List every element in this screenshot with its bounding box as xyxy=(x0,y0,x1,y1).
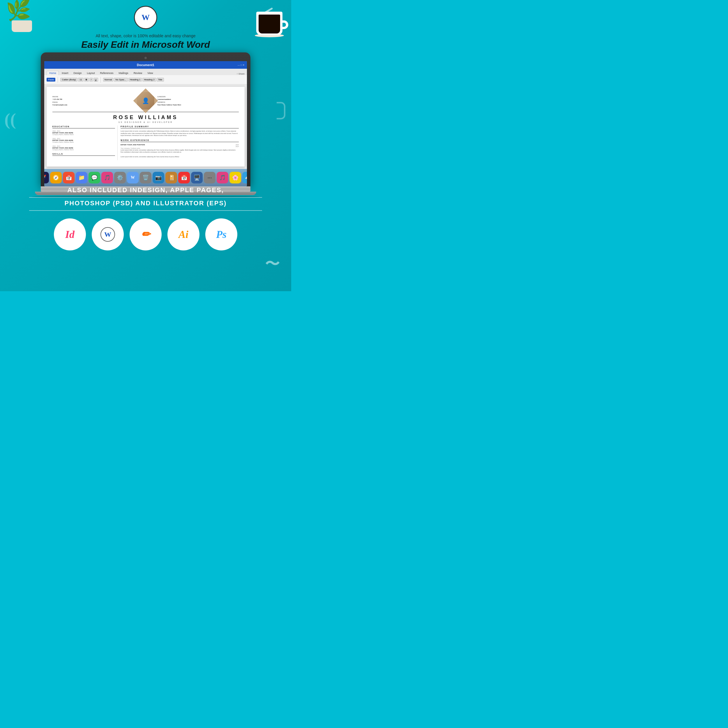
word-title-bar: Document1 — □ ✕ xyxy=(44,61,247,69)
normal-style[interactable]: Normal xyxy=(103,78,113,81)
ribbon-tab-mailings[interactable]: Mailings xyxy=(116,71,131,75)
heading1-style[interactable]: Heading 1 xyxy=(128,78,142,81)
email-label: EMAIL xyxy=(52,101,134,103)
app-icons-row: Id W ✏ Ai Ps xyxy=(54,219,237,251)
address-label: ADDRESS xyxy=(157,101,239,103)
email-value: User@example.com xyxy=(52,104,134,106)
font-size-btn[interactable]: 11 xyxy=(78,78,84,81)
resume-header: PHONE +123 456 789 EMAIL User@example.co… xyxy=(52,92,239,112)
edu-company-2: Company Name | Address Name xyxy=(52,141,115,143)
ribbon-controls: Paste Calibri (Body) 11 B I U Normal No … xyxy=(44,75,247,84)
title-style[interactable]: Title xyxy=(157,78,164,81)
illustrator-icon-text: Ai xyxy=(179,228,188,240)
work-dates: 20102014 xyxy=(236,144,239,147)
address-value: Your Home Address Name Here xyxy=(157,104,239,106)
plant-leaves-icon: 🌿 xyxy=(6,0,31,22)
ribbon-tab-layout[interactable]: Layout xyxy=(85,71,97,75)
deco-c-shape: (( xyxy=(5,111,16,128)
linkedin-label: LINKEDIN xyxy=(157,96,239,98)
pages-icon-circle: ✏ xyxy=(130,219,162,251)
title-bar-controls: — □ ✕ xyxy=(238,64,245,66)
work-position: ENTER YOUR JOB POSITION xyxy=(121,144,145,147)
heading2-style[interactable]: Heading 2 xyxy=(142,78,156,81)
italic-btn[interactable]: I xyxy=(89,78,93,81)
plant-pot xyxy=(12,20,32,32)
resume-photo-diamond: 👤 xyxy=(133,89,158,113)
header-title: Easily Edit in Microsoft Word xyxy=(81,39,210,50)
resume-photo: 👤 xyxy=(137,92,154,110)
resume-right-column: PROFILE SUMMARY Lorem ipsum dolor sit am… xyxy=(121,125,239,160)
no-spacing-style[interactable]: No Spac... xyxy=(114,78,127,81)
laptop-camera-bar xyxy=(44,56,247,60)
laptop-camera xyxy=(144,57,147,59)
word-bottom-icon: W xyxy=(104,231,111,239)
document-area: PHONE +123 456 789 EMAIL User@example.co… xyxy=(44,84,247,169)
share-button[interactable]: ↑ Share xyxy=(237,72,245,75)
word-icon-circle: W xyxy=(92,219,124,251)
ribbon-tabs: Home Insert Design Layout References Mai… xyxy=(44,69,247,75)
ribbon-tab-design[interactable]: Design xyxy=(71,71,84,75)
education-section-title: EDUCATION xyxy=(52,125,115,128)
deco-bracket-right xyxy=(277,102,285,119)
profile-text: Lorem ipsum dolor sit amet, consectetur … xyxy=(121,130,239,137)
styles-group: Normal No Spac... Heading 1 Heading 2 Ti… xyxy=(103,78,164,81)
underline-btn[interactable]: U xyxy=(93,78,98,81)
edu-company-3: Company Name | Address Name xyxy=(52,149,115,151)
work-description-2: Lorem ipsum dolor sit amet, consectetur … xyxy=(121,156,239,158)
ribbon-tab-home[interactable]: Home xyxy=(47,71,59,75)
work-description: Lorem ipsum dolor sit amet, consectetur … xyxy=(121,149,239,153)
laptop-screen: Document1 — □ ✕ Home Insert Design Layou… xyxy=(44,61,247,187)
ribbon-divider xyxy=(58,77,58,83)
resume-left-column: EDUCATION 2010 - 2012 ENTER YOUR JOB HER… xyxy=(52,125,118,160)
word-icon: W xyxy=(134,6,157,29)
ribbon-tab-references[interactable]: References xyxy=(98,71,116,75)
paste-btn[interactable]: Paste xyxy=(47,78,55,81)
edu-entry-3: 2010 - 2012 ENTER YOUR JOB HERE Company … xyxy=(52,145,115,151)
resume-body: EDUCATION 2010 - 2012 ENTER YOUR JOB HER… xyxy=(52,125,239,160)
ribbon-tab-insert[interactable]: Insert xyxy=(60,71,71,75)
divider-1 xyxy=(29,197,262,198)
coffee-liquid xyxy=(258,15,280,34)
photoshop-icon-circle: Ps xyxy=(205,219,237,251)
bold-btn[interactable]: B xyxy=(84,78,89,81)
also-included-text: ALSO INCLUDED INDESIGN, APPLE PAGES, xyxy=(67,187,224,194)
pages-icon-text: ✏ xyxy=(141,228,150,240)
font-name-btn[interactable]: Calibri (Body) xyxy=(60,78,77,81)
resume-contact-right: LINKEDIN /yourusernamhere ADDRESS Your H… xyxy=(157,96,239,106)
work-entry-header: ENTER YOUR JOB POSITION 20102014 xyxy=(121,144,239,147)
linkedin-value: /yourusernamhere xyxy=(157,98,239,100)
document-title: Document1 xyxy=(137,63,154,67)
font-group: Calibri (Body) 11 B I U xyxy=(60,78,98,81)
photoshop-icon-text: Ps xyxy=(216,228,226,240)
coffee-cup-decoration xyxy=(251,6,283,35)
phone-label: PHONE xyxy=(52,96,134,98)
edu-company-1: Company Name | Address Name xyxy=(52,134,115,135)
edu-entry-2: 2010 - 2012 ENTER YOUR JOB HERE Company … xyxy=(52,138,115,143)
resume-job-title: UX DESIGNER & UI DEVELOPER xyxy=(52,121,239,123)
illustrator-icon-circle: Ai xyxy=(167,219,199,251)
work-entry-1: ENTER YOUR JOB POSITION 20102014 Your co… xyxy=(121,144,239,153)
phone-value: +123 456 789 xyxy=(52,98,134,100)
word-icon-inner-wrap: W xyxy=(101,227,115,242)
resume-page: PHONE +123 456 789 EMAIL User@example.co… xyxy=(47,87,245,167)
indesign-icon-circle: Id xyxy=(54,219,86,251)
work-section-title: WORK EXPERIENCE xyxy=(121,139,239,142)
laptop-screen-outer: Document1 — □ ✕ Home Insert Design Layou… xyxy=(41,52,251,187)
word-icon-letter: W xyxy=(142,13,150,22)
bottom-section: ALSO INCLUDED INDESIGN, APPLE PAGES, PHO… xyxy=(0,180,291,291)
indesign-icon-text: Id xyxy=(65,228,75,240)
ribbon-tab-view[interactable]: View xyxy=(145,71,155,75)
paste-group: Paste xyxy=(47,78,55,81)
plant-decoration: 🌿 xyxy=(3,0,41,32)
divider-2 xyxy=(29,210,262,211)
laptop: Document1 — □ ✕ Home Insert Design Layou… xyxy=(41,52,251,198)
resume-photo-wrap: 👤 xyxy=(137,92,154,110)
coffee-cup xyxy=(256,12,283,35)
ribbon-tab-review[interactable]: Review xyxy=(132,71,145,75)
edu-entry-1: 2010 - 2012 ENTER YOUR JOB HERE Company … xyxy=(52,130,115,135)
profile-section-title: PROFILE SUMMARY xyxy=(121,125,239,128)
skills-section-title: SKILLS xyxy=(52,153,115,156)
photoshop-line-text: PHOTOSHOP (PSD) AND ILLUSTRATOR (EPS) xyxy=(65,199,227,207)
resume-contact-left: PHONE +123 456 789 EMAIL User@example.co… xyxy=(52,96,134,106)
deco-squiggle: 〜 xyxy=(265,254,280,274)
